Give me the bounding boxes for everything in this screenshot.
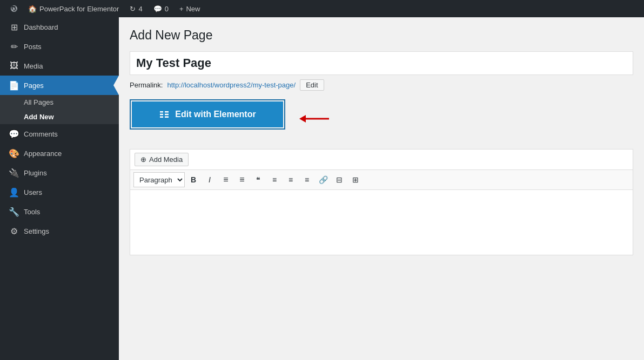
page-title-input[interactable] (130, 51, 633, 75)
sidebar-sub-all-pages[interactable]: All Pages (0, 95, 119, 110)
users-icon: 👤 (9, 187, 19, 198)
sidebar-label-appearance: Appearance (24, 150, 62, 158)
updates-bar[interactable]: ↻ 4 (125, 0, 146, 17)
comments-bar[interactable]: 💬 0 (149, 0, 173, 17)
comments-count: 0 (165, 5, 169, 13)
svg-marker-7 (299, 115, 306, 123)
main-layout: ⊞ Dashboard ✏ Posts 🖼 Media 📄 Pages All … (0, 17, 644, 360)
tools-icon: 🔧 (9, 207, 19, 217)
toolbar-link[interactable]: 🔗 (316, 172, 331, 187)
sidebar-item-media[interactable]: 🖼 Media (0, 56, 119, 76)
toolbar-align-left[interactable]: ≡ (267, 172, 282, 187)
elementor-btn-wrapper: Edit with Elementor (130, 99, 285, 130)
updates-icon: ↻ (130, 5, 136, 13)
sidebar-label-settings: Settings (24, 227, 49, 235)
page-title: Add New Page (130, 28, 633, 43)
toolbar-ol[interactable]: ≡ (234, 172, 250, 187)
sidebar-label-media: Media (24, 62, 43, 70)
sidebar-item-users[interactable]: 👤 Users (0, 182, 119, 202)
home-icon: 🏠 (28, 5, 37, 13)
toolbar-fullscreen[interactable]: ⊞ (348, 172, 363, 187)
new-bar[interactable]: + New (175, 0, 205, 17)
toolbar-blockquote[interactable]: ❝ (251, 172, 266, 187)
wp-logo[interactable] (6, 1, 22, 16)
sidebar-label-dashboard: Dashboard (24, 23, 58, 31)
add-media-icon: ⊕ (140, 155, 146, 164)
toolbar-ul[interactable]: ≡ (218, 172, 233, 187)
sidebar-item-appearance[interactable]: 🎨 Appearance (0, 144, 119, 163)
sidebar-label-tools: Tools (24, 208, 40, 216)
add-media-button[interactable]: ⊕ Add Media (135, 153, 189, 166)
comments-sidebar-icon: 💬 (9, 129, 19, 139)
permalink-row: Permalink: http://localhost/wordpress2/m… (130, 79, 633, 91)
toolbar-align-center[interactable]: ≡ (283, 172, 298, 187)
sidebar-item-posts[interactable]: ✏ Posts (0, 37, 119, 56)
elementor-btn-label: Edit with Elementor (175, 110, 256, 119)
sidebar-item-plugins[interactable]: 🔌 Plugins (0, 163, 119, 182)
pages-submenu: All Pages Add New (0, 95, 119, 124)
editor-body[interactable] (130, 190, 633, 255)
comments-icon: 💬 (153, 5, 162, 13)
elementor-icon (159, 109, 170, 120)
admin-bar: 🏠 PowerPack for Elementor ↻ 4 💬 0 + New (0, 0, 644, 17)
toolbar-bold[interactable]: B (186, 172, 201, 187)
dashboard-icon: ⊞ (9, 22, 19, 32)
svg-rect-1 (160, 114, 163, 116)
sidebar-label-pages: Pages (24, 81, 44, 90)
editor-toolbar-top: ⊕ Add Media (130, 150, 633, 170)
red-arrow-annotation (294, 111, 332, 127)
updates-count: 4 (138, 5, 142, 13)
sidebar-label-users: Users (24, 188, 42, 196)
sidebar-sub-add-new[interactable]: Add New (0, 110, 119, 124)
edit-with-elementor-button[interactable]: Edit with Elementor (132, 101, 283, 127)
toolbar-italic[interactable]: I (202, 172, 217, 187)
permalink-link[interactable]: http://localhost/wordpress2/my-test-page… (167, 81, 296, 89)
sidebar-item-tools[interactable]: 🔧 Tools (0, 202, 119, 221)
posts-icon: ✏ (9, 42, 19, 52)
sidebar-item-pages[interactable]: 📄 Pages (0, 76, 119, 95)
sidebar-menu: ⊞ Dashboard ✏ Posts 🖼 Media 📄 Pages All … (0, 17, 119, 241)
sidebar-label-plugins: Plugins (24, 169, 47, 177)
svg-rect-0 (160, 111, 163, 113)
site-name: PowerPack for Elementor (39, 5, 119, 13)
elementor-section: Edit with Elementor (130, 99, 633, 138)
sidebar-label-comments: Comments (24, 130, 58, 138)
new-label: New (186, 5, 200, 13)
sidebar-item-settings[interactable]: ⚙ Settings (0, 221, 119, 241)
svg-rect-3 (165, 111, 169, 113)
main-content: Add New Page Permalink: http://localhost… (119, 17, 644, 360)
editor-toolbar: Paragraph Heading 1 Heading 2 Heading 3 … (130, 170, 633, 190)
new-icon: + (179, 5, 184, 13)
toolbar-more[interactable]: ⊟ (332, 172, 347, 187)
sidebar-item-comments[interactable]: 💬 Comments (0, 124, 119, 144)
svg-rect-2 (160, 117, 163, 118)
site-name-bar[interactable]: 🏠 PowerPack for Elementor (24, 0, 123, 17)
appearance-icon: 🎨 (9, 148, 19, 159)
plugins-icon: 🔌 (9, 168, 19, 178)
red-arrow-svg (294, 111, 332, 127)
paragraph-select[interactable]: Paragraph Heading 1 Heading 2 Heading 3 (133, 172, 185, 187)
add-media-label: Add Media (149, 155, 183, 164)
settings-icon: ⚙ (9, 226, 19, 236)
sidebar-label-posts: Posts (24, 43, 42, 51)
sidebar-item-dashboard[interactable]: ⊞ Dashboard (0, 17, 119, 37)
media-icon: 🖼 (9, 61, 19, 71)
editor-area: ⊕ Add Media Paragraph Heading 1 Heading … (130, 149, 633, 255)
svg-rect-5 (165, 117, 169, 118)
permalink-edit-button[interactable]: Edit (300, 79, 324, 91)
svg-rect-4 (165, 114, 169, 116)
toolbar-align-right[interactable]: ≡ (299, 172, 314, 187)
pages-icon: 📄 (9, 80, 19, 91)
sidebar: ⊞ Dashboard ✏ Posts 🖼 Media 📄 Pages All … (0, 17, 119, 360)
permalink-label: Permalink: (130, 81, 163, 89)
